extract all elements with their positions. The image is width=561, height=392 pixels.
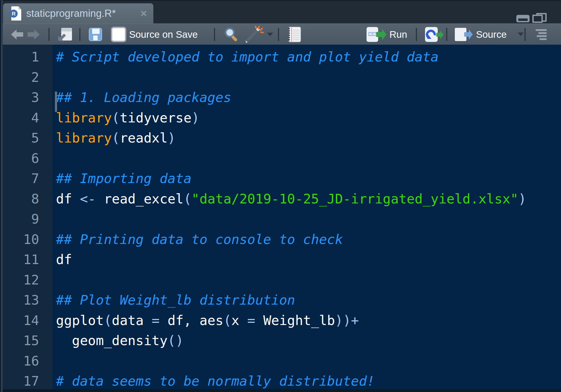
line-number: 17 [0, 371, 52, 389]
save-button[interactable] [89, 28, 102, 41]
tab-title: staticprograming.R* [26, 8, 116, 19]
tab-staticprograming[interactable]: R staticprograming.R* ✕ [3, 3, 153, 23]
maximize-front-rect [532, 15, 543, 23]
run-label: Run [389, 29, 407, 40]
code-lines: 1# Script developed to import and plot y… [0, 47, 561, 389]
run-button[interactable]: Run [366, 27, 407, 42]
pane-bottom-border [0, 389, 561, 392]
code-tools-button[interactable] [243, 26, 264, 43]
source-label: Source [476, 29, 507, 40]
line-number: 7 [0, 168, 52, 189]
code-text: df <- read_excel("data/2019-10-25_JD-irr… [52, 189, 561, 209]
source-dropdown-icon[interactable] [518, 33, 524, 36]
source-on-save-label: Source on Save [129, 29, 198, 40]
minimize-pane-icon[interactable] [516, 15, 530, 22]
rerun-icon [425, 27, 444, 42]
toolbar-separator [278, 28, 279, 41]
code-text: ## Importing data [52, 168, 561, 189]
checkbox-unchecked[interactable] [111, 27, 126, 42]
code-line[interactable]: 3## 1. Loading packages [0, 87, 561, 108]
compile-report-button[interactable] [287, 26, 301, 42]
code-text: library(tidyverse) [52, 108, 561, 128]
forward-icon [26, 29, 41, 40]
text-cursor [55, 92, 57, 112]
code-text: ## Printing data to console to check [52, 229, 561, 250]
line-number: 14 [0, 310, 52, 331]
code-tools-dropdown[interactable] [267, 33, 273, 36]
code-line[interactable]: 4library(tidyverse) [0, 108, 561, 128]
save-icon [89, 28, 102, 41]
code-line[interactable]: 5library(readxl) [0, 128, 561, 148]
code-line[interactable]: 17# data seems to be normally distribute… [0, 371, 561, 389]
line-number: 15 [0, 331, 52, 351]
code-text: geom_density() [52, 331, 561, 351]
line-number: 11 [0, 249, 52, 270]
line-number: 4 [0, 108, 52, 128]
code-text: ## 1. Loading packages [52, 87, 561, 108]
back-icon [10, 29, 24, 40]
code-line[interactable]: 14ggplot(data = df, aes(x = Weight_lb))+ [0, 310, 561, 331]
code-text: ## Plot Weight_lb distribution [52, 290, 561, 310]
code-line[interactable]: 11df [0, 249, 561, 270]
code-text: # data seems to be normally distributed! [52, 371, 561, 389]
editor-tab-bar: R staticprograming.R* ✕ [0, 0, 561, 23]
run-icon [366, 27, 387, 42]
find-replace-button[interactable] [223, 26, 239, 42]
line-number: 13 [0, 290, 52, 310]
source-on-save-checkbox[interactable] [111, 27, 126, 42]
code-line[interactable]: 8df <- read_excel("data/2019-10-25_JD-ir… [0, 189, 561, 209]
editor-toolbar: Source on Save [0, 23, 561, 45]
toolbar-separator [49, 28, 50, 41]
code-line[interactable]: 9 [0, 209, 561, 229]
code-line[interactable]: 10## Printing data to console to check [0, 229, 561, 250]
toolbar-separator [79, 28, 81, 41]
line-number: 3 [0, 87, 52, 108]
search-icon [223, 26, 239, 42]
tab-close-icon[interactable]: ✕ [140, 9, 147, 18]
source-button[interactable]: Source [455, 27, 524, 42]
line-number: 16 [0, 351, 52, 371]
code-text [52, 351, 561, 371]
code-editor[interactable]: 1# Script developed to import and plot y… [0, 45, 561, 389]
rerun-button[interactable] [425, 27, 444, 42]
r-file-icon: R [10, 6, 22, 21]
line-number: 8 [0, 189, 52, 209]
toolbar-separator [446, 28, 447, 41]
code-text [52, 148, 561, 169]
code-text: ggplot(data = df, aes(x = Weight_lb))+ [52, 310, 561, 331]
code-text: library(readxl) [52, 128, 561, 148]
code-line[interactable]: 2 [0, 67, 561, 88]
line-number: 12 [0, 270, 52, 290]
code-text [52, 67, 561, 88]
line-number: 5 [0, 128, 52, 148]
minimize-slot [518, 18, 528, 21]
document-outline-button[interactable] [535, 29, 548, 40]
forward-button[interactable] [26, 29, 41, 40]
chevron-down-icon [267, 33, 273, 36]
line-number: 9 [0, 209, 52, 229]
toolbar-separator [416, 28, 417, 41]
r-file-fold [18, 6, 21, 10]
code-text: df [52, 249, 561, 270]
code-text: # Script developed to import and plot yi… [52, 47, 561, 67]
toolbar-separator [525, 28, 526, 41]
code-line[interactable]: 13## Plot Weight_lb distribution [0, 290, 561, 310]
code-line[interactable]: 1# Script developed to import and plot y… [0, 47, 561, 67]
toolbar-separator [214, 28, 215, 41]
code-line[interactable]: 15 geom_density() [0, 331, 561, 351]
code-line[interactable]: 6 [0, 148, 561, 169]
back-button[interactable] [10, 29, 24, 40]
maximize-pane-icon[interactable] [532, 13, 547, 23]
show-in-new-window-button[interactable] [57, 27, 73, 42]
line-number: 6 [0, 148, 52, 169]
r-logo-badge: R [10, 10, 18, 18]
popout-window-icon [57, 27, 73, 42]
outline-icon [535, 29, 548, 40]
pane-left-border [0, 0, 3, 392]
code-line[interactable]: 12 [0, 270, 561, 290]
code-line[interactable]: 7## Importing data [0, 168, 561, 189]
notebook-icon [287, 26, 301, 42]
code-line[interactable]: 16 [0, 351, 561, 371]
rstudio-source-pane: R staticprograming.R* ✕ [0, 0, 561, 392]
line-number: 2 [0, 67, 52, 88]
